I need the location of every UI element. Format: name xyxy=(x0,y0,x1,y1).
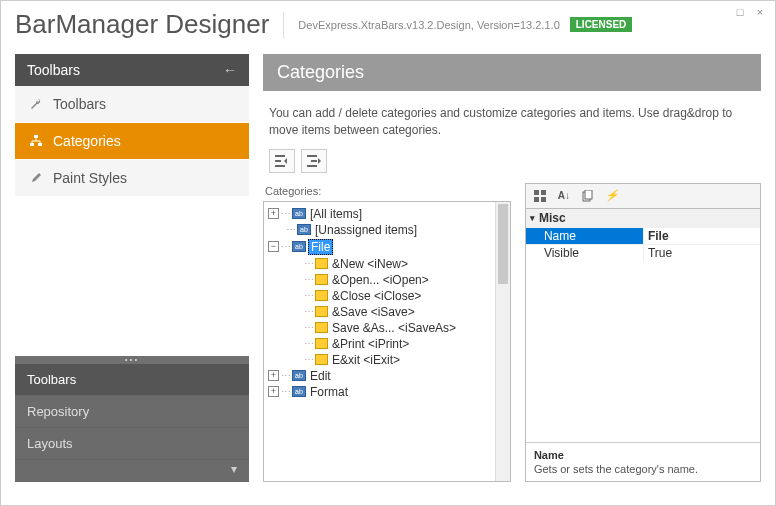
version-text: DevExpress.XtraBars.v13.2.Design, Versio… xyxy=(298,19,559,31)
tree-item[interactable]: ⋯&New <iNew> xyxy=(266,256,508,272)
sidebar-header-label: Toolbars xyxy=(27,62,80,78)
tree-item[interactable]: ⋯&Close <iClose> xyxy=(266,288,508,304)
svg-rect-9 xyxy=(534,190,539,195)
indent-right-button[interactable] xyxy=(301,149,327,173)
items-icon: ab xyxy=(297,224,311,235)
tree-item[interactable]: ⋯E&xit <iExit> xyxy=(266,352,508,368)
categorized-button[interactable] xyxy=(530,187,550,205)
tree-label: Categories: xyxy=(263,183,511,201)
alphabetical-button[interactable]: A↓ xyxy=(554,187,574,205)
back-icon[interactable]: ← xyxy=(223,62,237,78)
items-icon: ab xyxy=(292,208,306,219)
items-icon: ab xyxy=(292,370,306,381)
sidebar-header: Toolbars ← xyxy=(15,54,249,86)
prop-row-visible[interactable]: Visible True xyxy=(526,244,760,261)
tree-node-all[interactable]: +⋯ab[All items] xyxy=(266,206,508,222)
svg-rect-0 xyxy=(34,135,38,138)
categories-tree[interactable]: +⋯ab[All items] ⋯ab[Unassigned items] −⋯… xyxy=(263,201,511,482)
sidebar-grip[interactable]: ••• xyxy=(15,356,249,364)
sidebar-item-label: Paint Styles xyxy=(53,170,127,186)
page-title: Categories xyxy=(263,54,761,91)
tree-node-format[interactable]: +⋯abFormat xyxy=(266,384,508,400)
command-icon xyxy=(315,258,328,269)
sidebar-section-repository[interactable]: Repository xyxy=(15,396,249,428)
collapse-icon[interactable]: ▾ xyxy=(530,213,535,223)
expand-icon[interactable]: + xyxy=(268,370,279,381)
svg-rect-14 xyxy=(585,190,592,199)
svg-rect-12 xyxy=(541,197,546,202)
svg-rect-11 xyxy=(534,197,539,202)
command-icon xyxy=(315,274,328,285)
svg-rect-2 xyxy=(38,143,42,146)
command-icon xyxy=(315,338,328,349)
expand-icon[interactable]: + xyxy=(268,208,279,219)
tree-node-unassigned[interactable]: ⋯ab[Unassigned items] xyxy=(266,222,508,238)
page-desc: You can add / delete categories and cust… xyxy=(263,91,761,149)
main-panel: Categories You can add / delete categori… xyxy=(263,54,761,482)
close-button[interactable]: × xyxy=(753,5,767,19)
items-icon: ab xyxy=(292,386,306,397)
separator xyxy=(283,12,284,38)
app-title: BarManager Designer xyxy=(15,9,269,40)
sidebar-item-toolbars[interactable]: Toolbars xyxy=(15,86,249,123)
license-badge: LICENSED xyxy=(570,17,633,32)
wrench-icon xyxy=(29,97,43,111)
svg-rect-7 xyxy=(311,160,317,162)
sidebar-section-toolbars[interactable]: Toolbars xyxy=(15,364,249,396)
tree-item[interactable]: ⋯&Open... <iOpen> xyxy=(266,272,508,288)
sidebar-item-label: Toolbars xyxy=(53,96,106,112)
expand-icon[interactable]: + xyxy=(268,386,279,397)
sidebar-section-layouts[interactable]: Layouts xyxy=(15,428,249,460)
svg-rect-5 xyxy=(275,165,285,167)
sidebar-item-categories[interactable]: Categories xyxy=(15,123,249,160)
property-grid[interactable]: ▾Misc Name File Visible True Name Gets o… xyxy=(525,208,761,482)
command-icon xyxy=(315,306,328,317)
command-icon xyxy=(315,290,328,301)
command-icon xyxy=(315,354,328,365)
tree-item[interactable]: ⋯&Print <iPrint> xyxy=(266,336,508,352)
sidebar-expand-icon[interactable]: ▾ xyxy=(15,460,249,482)
propgrid-toolbar: A↓ ⚡ xyxy=(525,183,761,208)
prop-row-name[interactable]: Name File xyxy=(526,227,760,244)
sidebar-item-paintstyles[interactable]: Paint Styles xyxy=(15,160,249,197)
brush-icon xyxy=(29,171,43,185)
prop-group-misc[interactable]: ▾Misc xyxy=(526,209,760,227)
tree-item[interactable]: ⋯Save &As... <iSaveAs> xyxy=(266,320,508,336)
sidebar: Toolbars ← Toolbars Categories Paint Sty… xyxy=(15,54,249,482)
tree-item[interactable]: ⋯&Save <iSave> xyxy=(266,304,508,320)
pages-button[interactable] xyxy=(578,187,598,205)
tree-node-file[interactable]: −⋯abFile xyxy=(266,238,508,256)
svg-rect-6 xyxy=(307,155,317,157)
indent-left-button[interactable] xyxy=(269,149,295,173)
command-icon xyxy=(315,322,328,333)
svg-rect-10 xyxy=(541,190,546,195)
svg-rect-1 xyxy=(30,143,34,146)
svg-rect-4 xyxy=(275,160,281,162)
tree-node-edit[interactable]: +⋯abEdit xyxy=(266,368,508,384)
prop-help: Name Gets or sets the category's name. xyxy=(526,442,760,481)
minimize-button[interactable]: □ xyxy=(733,5,747,19)
collapse-icon[interactable]: − xyxy=(268,241,279,252)
scrollbar[interactable] xyxy=(495,202,510,481)
title-bar: BarManager Designer DevExpress.XtraBars.… xyxy=(1,1,775,42)
sidebar-item-label: Categories xyxy=(53,133,121,149)
svg-rect-8 xyxy=(307,165,317,167)
events-button[interactable]: ⚡ xyxy=(602,187,622,205)
items-icon: ab xyxy=(292,241,306,252)
hierarchy-icon xyxy=(29,134,43,148)
svg-rect-3 xyxy=(275,155,285,157)
